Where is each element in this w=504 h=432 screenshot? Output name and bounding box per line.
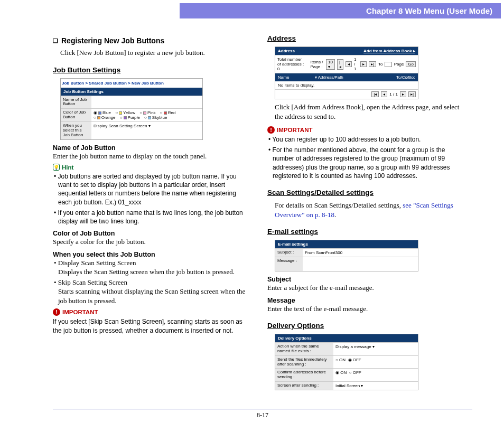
pager-text: 1 / 1 (354, 57, 358, 71)
row-message: Message : (275, 257, 418, 271)
add-from-address-book-link[interactable]: Add from Address Book ▸ (363, 49, 415, 53)
email-bar-title: E-mail settings (278, 242, 308, 247)
subject-label: Subject : (275, 249, 303, 257)
delivery-bar-title: Delivery Options (278, 336, 312, 341)
scan-settings-heading: Scan Settings/Detailed settings (267, 189, 468, 196)
job-button-settings-heading: Job Button Settings (53, 66, 248, 74)
name-input[interactable] (91, 96, 202, 109)
page-number: 8-17 (257, 411, 268, 419)
important-label: ! IMPORTANT (267, 126, 468, 134)
scan-settings-link[interactable]: see "Scan Settings Overview" on p. 8-18 (275, 201, 453, 219)
hint-text: Hint (62, 164, 73, 171)
name-label: Name of Job Button (61, 96, 91, 109)
hint-label: 💡 Hint (53, 164, 248, 171)
same-name-select[interactable]: Display a message ▾ (333, 343, 418, 355)
important-text-label: IMPORTANT (277, 127, 313, 133)
row-confirm-addresses: Confirm addresses before sending : ◉ ON … (275, 368, 418, 381)
total-addresses: Total number of addresses : 0 (277, 57, 306, 71)
subject-input[interactable]: From ScanFront300 (303, 249, 418, 257)
message-input[interactable] (303, 257, 418, 271)
color-of-job-button-text: Specify a color for the job button. (53, 237, 248, 247)
send-immediately-label: Send the files immediately after scannin… (275, 356, 333, 369)
screen-after-select[interactable]: Initial Screen ▾ (333, 382, 418, 390)
list-item: For the number mentioned above, the coun… (267, 146, 468, 180)
important-icon: ! (53, 308, 60, 316)
email-settings-screenshot: E-mail settings Subject : From ScanFront… (275, 240, 418, 271)
page-label: Page (394, 62, 404, 67)
color-of-job-button-head: Color of Job Button (53, 230, 248, 237)
when-label: When you select this Job Button (61, 122, 91, 139)
address-bar: Address Add from Address Book ▸ (275, 47, 418, 55)
address-table-header: Name ▾ Address/Path To/Cc/Bcc (275, 73, 418, 81)
row-same-name: Action when the same named file exists :… (275, 342, 418, 355)
row-name: Name of Job Button (61, 96, 202, 109)
pager-last-icon[interactable]: ▸| (408, 91, 416, 97)
pager-prev-icon[interactable]: ◂ (381, 91, 387, 97)
list-item: You can register up to 100 addresses to … (267, 135, 468, 144)
scan-settings-text: For details on Scan Settings/Detailed se… (275, 201, 468, 219)
breadcrumb: Job Button > Shared Job Button > New Job… (61, 79, 202, 88)
page-footer: 8-17 (53, 409, 472, 419)
email-settings-heading: E-mail settings (267, 228, 468, 236)
hint-list: Job buttons are sorted and displayed by … (53, 172, 248, 226)
items-per-page-select[interactable]: 10 ▾ (326, 59, 335, 70)
important-text-label: IMPORTANT (62, 309, 98, 315)
important-note: If you select [Skip Scan Setting Screen]… (53, 317, 248, 334)
col-to-cc-bcc[interactable]: To/Cc/Bcc (396, 75, 415, 80)
registering-title: Registering New Job Buttons (53, 36, 248, 45)
list-item: Skip Scan Setting Screen Starts scanning… (53, 278, 248, 306)
panel-title-bar: Job Button Settings (61, 88, 202, 96)
pager-first-icon[interactable]: |◂ (337, 59, 343, 70)
subject-text: Enter a subject for the e-mail message. (267, 283, 468, 293)
job-button-settings-screenshot: Job Button > Shared Job Button > New Job… (60, 78, 203, 140)
email-bar: E-mail settings (275, 240, 418, 248)
list-item: Display Scan Setting Screen Displays the… (53, 258, 248, 277)
col-address-path[interactable]: ▾ Address/Path (315, 75, 396, 80)
hint-icon: 💡 (53, 164, 60, 171)
delivery-options-heading: Delivery Options (267, 322, 468, 330)
address-screenshot: Address Add from Address Book ▸ Total nu… (275, 46, 418, 99)
address-bar-title: Address (278, 49, 295, 53)
pager-first-icon[interactable]: |◂ (371, 91, 379, 97)
name-of-job-button-text: Enter the job button name to display on … (53, 152, 248, 161)
page-input[interactable] (385, 62, 391, 67)
color-label: Color of Job Button (61, 109, 91, 121)
go-button[interactable]: Go (406, 61, 416, 67)
pager-next-icon[interactable]: ▸ (360, 61, 367, 67)
pager-text: 1 / 1 (389, 92, 398, 97)
message-label: Message : (275, 257, 303, 271)
message-text: Enter the text of the e-mail message. (267, 304, 468, 314)
row-subject: Subject : From ScanFront300 (275, 248, 418, 257)
color-options[interactable]: ◉Blue ○Yellow ○Pink ○Red ○Orange ○Purple… (91, 109, 202, 121)
confirm-addresses-radio[interactable]: ◉ ON ○ OFF (333, 369, 418, 381)
address-heading: Address (267, 34, 468, 42)
important-icon: ! (267, 126, 275, 134)
when-select[interactable]: Display Scan Setting Screen ▾ (91, 122, 202, 139)
hint-item: If you enter a job button name that is t… (53, 209, 248, 226)
message-head: Message (267, 297, 468, 304)
right-column: Address Address Add from Address Book ▸ … (267, 34, 468, 393)
pager-next-icon[interactable]: ▸ (400, 91, 406, 97)
address-toolbar: Total number of addresses : 0 Items / Pa… (275, 55, 418, 73)
important-label: ! IMPORTANT (53, 308, 248, 316)
delivery-bar: Delivery Options (275, 334, 418, 342)
same-name-label: Action when the same named file exists : (275, 343, 333, 355)
when-select-head: When you select this Job Button (53, 251, 248, 258)
pager-prev-icon[interactable]: ◂ (346, 61, 352, 67)
chapter-header: Chapter 8 Web Menu (User Mode) (180, 3, 501, 18)
row-when-select: When you select this Job Button Display … (61, 121, 202, 139)
row-screen-after: Screen after sending : Initial Screen ▾ (275, 381, 418, 390)
left-column: Registering New Job Buttons Click [New J… (53, 34, 248, 393)
pager-last-icon[interactable]: ▸| (369, 61, 376, 67)
name-of-job-button-head: Name of Job Button (53, 144, 248, 152)
page-body: Registering New Job Buttons Click [New J… (0, 18, 504, 393)
hint-item: Job buttons are sorted and displayed by … (53, 172, 248, 206)
address-text: Click [Add from Address Book], open the … (275, 102, 468, 121)
items-per-page-label: Items / Page : (310, 60, 324, 69)
address-footer-pager: |◂ ◂ 1 / 1 ▸ ▸| (275, 89, 418, 99)
address-empty-row: No items to display. (275, 81, 418, 89)
col-name[interactable]: Name (278, 75, 315, 80)
delivery-options-screenshot: Delivery Options Action when the same na… (275, 334, 418, 390)
when-select-list: Display Scan Setting Screen Displays the… (53, 258, 248, 306)
send-immediately-radio[interactable]: ○ ON ◉ OFF (333, 356, 418, 369)
